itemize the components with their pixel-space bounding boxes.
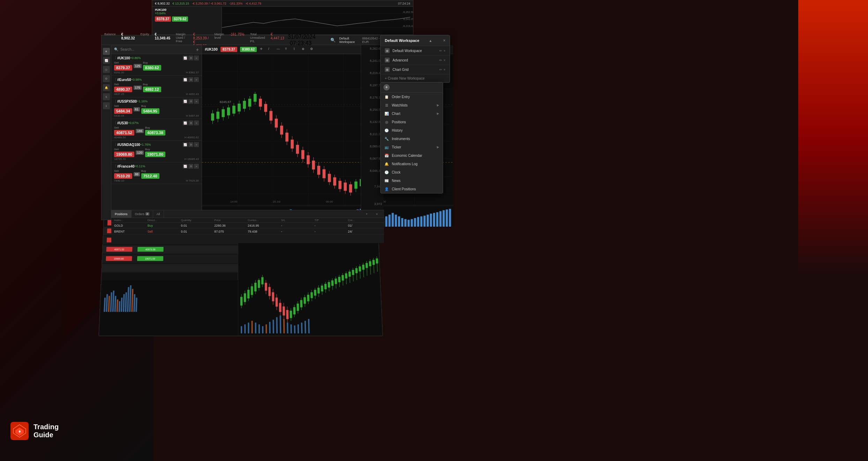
inst-close-btn[interactable]: × <box>194 99 199 104</box>
widget-item-client-positions[interactable]: 👤 Client Positions <box>381 185 443 193</box>
toolbar-settings[interactable]: ⚙ <box>310 47 315 52</box>
sell-price[interactable]: 40871.52 <box>114 130 134 136</box>
sidebar-chart-icon[interactable]: 📈 <box>103 57 110 64</box>
inst-settings-btn[interactable]: ⚙ <box>188 142 193 147</box>
toolbar-draw[interactable]: / <box>268 47 273 52</box>
sidebar-alerts-icon[interactable]: 🔔 <box>103 84 110 91</box>
chart-buy-price[interactable]: 8380.62 <box>240 47 257 52</box>
widget-item-economic-calendar[interactable]: 📅 Economic Calendar <box>381 151 443 160</box>
tab-positions[interactable]: Positions <box>111 210 132 218</box>
add-position-btn[interactable]: + <box>362 212 371 216</box>
workspace-item-default[interactable]: ▦ Default Workspace ✏ × <box>381 46 450 56</box>
instrument-row-usspx500[interactable]: ⋮ #USSPX500 +1.16% 📈 ⚙ × Sell 5484.34 61… <box>111 97 202 119</box>
workspace-advanced-close-btn[interactable]: × <box>443 58 446 62</box>
position-row-gold[interactable]: GOLD Buy 0.01 2260.36 2416.95 - - 01/ <box>111 223 384 229</box>
svg-rect-317 <box>342 275 344 280</box>
inst-qty[interactable]: 125 <box>134 64 142 68</box>
sidebar-info-icon[interactable]: ℹ <box>103 102 110 109</box>
inst-qty[interactable]: 61 <box>134 107 140 111</box>
sidebar-bank-icon[interactable]: $ <box>103 93 110 100</box>
workspace-close-icon[interactable]: × <box>443 38 446 43</box>
inst-close-btn[interactable]: × <box>194 120 199 125</box>
add-icon[interactable]: + <box>196 47 199 52</box>
inst-qty[interactable]: 175 <box>134 86 142 90</box>
widget-item-ticker[interactable]: 📺 Ticker ▶ <box>381 143 443 151</box>
inst-close-btn[interactable]: × <box>194 164 199 169</box>
inst-settings-btn[interactable]: ⚙ <box>188 99 193 104</box>
inst-chart-btn[interactable]: 📈 <box>183 56 188 60</box>
sell-price[interactable]: 4890.37 <box>114 87 132 92</box>
position-row-brent[interactable]: BRENT Sell 0.01 87.075 79.438 - - 24/ <box>111 229 384 235</box>
sidebar-settings-icon[interactable]: ⚙ <box>103 75 110 82</box>
widget-item-history[interactable]: 🕐 History <box>381 126 443 134</box>
inst-chart-btn[interactable]: 📈 <box>183 164 188 169</box>
svg-text:06:00: 06:00 <box>326 200 333 203</box>
inst-close-btn[interactable]: × <box>194 142 199 147</box>
inst-qty[interactable]: 186 <box>136 129 144 133</box>
buy-price[interactable]: 19071.00 <box>145 152 165 157</box>
sell-price[interactable]: 5484.34 <box>114 108 132 114</box>
sidebar-positions-icon[interactable]: ◎ <box>103 66 110 73</box>
inst-chart-btn[interactable]: 📈 <box>183 99 188 104</box>
close-positions-btn[interactable]: × <box>373 212 381 216</box>
pos-price-gold: 2260.36 <box>214 224 248 227</box>
toolbar-line[interactable]: — <box>277 47 282 52</box>
toolbar-crosshair[interactable]: ✛ <box>260 47 265 52</box>
toolbar-zoom[interactable]: ⊕ <box>302 47 307 52</box>
buy-price[interactable]: 40873.38 <box>145 130 165 136</box>
workspace-close-btn[interactable]: × <box>443 49 446 53</box>
watchlist-search-input[interactable] <box>120 47 194 51</box>
tab-all[interactable]: All <box>153 210 164 218</box>
workspace-chartgrid-close-btn[interactable]: × <box>443 68 446 72</box>
inst-qty[interactable]: 88 <box>134 172 140 176</box>
toolbar-text[interactable]: T <box>285 47 290 52</box>
buy-price[interactable]: 4892.12 <box>143 87 161 92</box>
inst-chart-btn[interactable]: 📈 <box>183 77 188 82</box>
sell-price[interactable]: 19069.80 <box>114 152 134 157</box>
inst-qty[interactable]: 120 <box>136 151 144 155</box>
search-icon[interactable]: 🔍 <box>330 38 336 43</box>
widget-item-notifications-log[interactable]: 🔔 Notifications Log <box>381 160 443 168</box>
inst-settings-btn[interactable]: ⚙ <box>188 120 193 125</box>
mini-sell-price[interactable]: 8378.37 <box>155 16 171 22</box>
buy-price[interactable]: 7512.40 <box>141 173 159 179</box>
widget-item-chart[interactable]: 📊 Chart ▶ <box>381 109 443 118</box>
sidebar-watchlist-icon[interactable]: ≡ <box>103 48 110 55</box>
inst-sub-sell: 18735.70 <box>114 158 126 161</box>
workspace-edit-btn[interactable]: ✏ <box>439 49 442 53</box>
widget-item-clock[interactable]: 🕐 Clock <box>381 168 443 176</box>
instrument-row-uk100[interactable]: ⋮ #UK100 +0.86% 📈 ⚙ × Sell 8379.37 125 B… <box>111 54 202 76</box>
instrument-row-usndaq100[interactable]: ⋮ #USNDAQ100 +1.76% 📈 ⚙ × Sell 19069.80 … <box>111 141 202 162</box>
positions-panel: Positions Orders 2 All + × Instru... Dir… <box>111 210 384 243</box>
instrument-row-euro50[interactable]: ⋮ #Euro50 +0.98% 📈 ⚙ × Sell 4890.37 175 … <box>111 76 202 97</box>
buy-price[interactable]: 8380.62 <box>143 65 161 71</box>
workspace-create-btn[interactable]: + Create New Workspace <box>381 74 450 82</box>
instrument-row-france40[interactable]: ⋮ #France40 +0.11% 📈 ⚙ × Sell 7510.20 88… <box>111 162 202 184</box>
widget-item-positions[interactable]: ◎ Positions <box>381 118 443 126</box>
widget-item-instruments[interactable]: 🔧 Instruments <box>381 134 443 143</box>
toolbar-fib[interactable]: ⌇ <box>293 47 298 52</box>
workspace-item-chartgrid[interactable]: ▦ Chart Grid ✏ × <box>381 65 450 74</box>
buy-price[interactable]: 5484.95 <box>141 108 159 114</box>
workspace-chevron-icon[interactable]: ▲ <box>429 39 432 43</box>
inst-close-btn[interactable]: × <box>194 56 199 60</box>
workspace-chartgrid-edit-btn[interactable]: ✏ <box>439 68 442 72</box>
inst-chart-btn[interactable]: 📈 <box>183 142 188 147</box>
sell-price[interactable]: 8379.37 <box>114 65 132 71</box>
inst-settings-btn[interactable]: ⚙ <box>188 56 193 60</box>
widget-item-order-entry[interactable]: 📋 Order Entry <box>381 93 443 101</box>
workspace-item-advanced[interactable]: ▦ Advanced ✏ × <box>381 56 450 65</box>
tab-orders[interactable]: Orders 2 <box>132 210 153 218</box>
inst-settings-btn[interactable]: ⚙ <box>188 164 193 169</box>
inst-chart-btn[interactable]: 📈 <box>183 120 188 125</box>
workspace-label[interactable]: Default Workspace <box>339 37 359 44</box>
instrument-row-us30[interactable]: ⋮ #US30 +0.67% 📈 ⚙ × Sell 40871.52 186 B… <box>111 119 202 141</box>
widget-item-news[interactable]: 📰 News <box>381 176 443 185</box>
mini-buy-price[interactable]: 8379.62 <box>172 16 188 22</box>
workspace-advanced-edit-btn[interactable]: ✏ <box>439 58 442 62</box>
inst-settings-btn[interactable]: ⚙ <box>188 77 193 82</box>
sell-price[interactable]: 7510.20 <box>114 173 132 179</box>
chart-sell-price[interactable]: 8379.37 <box>220 47 237 52</box>
widget-item-watchlists[interactable]: ☰ Watchlists ▶ <box>381 101 443 109</box>
inst-close-btn[interactable]: × <box>194 77 199 82</box>
